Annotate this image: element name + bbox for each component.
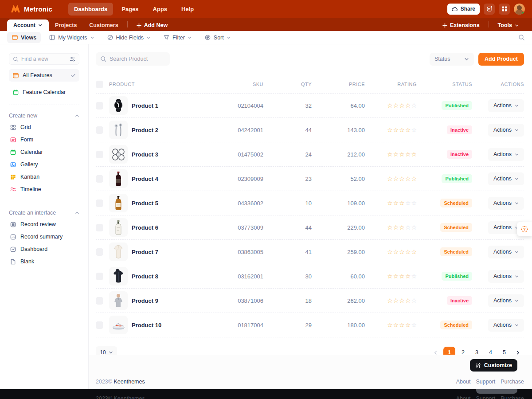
search-product-input[interactable]	[110, 56, 163, 62]
product-qty: 44	[263, 127, 312, 133]
add-product-button[interactable]: Add Product	[478, 53, 524, 66]
toolbar-item-my-widgets[interactable]: My Widgets	[44, 32, 98, 43]
filter-sliders-icon[interactable]	[70, 56, 75, 62]
actions-button[interactable]: Actions	[488, 124, 524, 137]
sidebar-view-feature-calendar[interactable]: Feature Calendar	[9, 86, 79, 98]
star-icon: ☆	[393, 224, 399, 231]
sidebar-view-all-features[interactable]: All Features	[9, 69, 79, 82]
product-name[interactable]: Product 9	[132, 297, 158, 304]
product-rating: ☆☆☆☆☆	[365, 297, 417, 305]
footer-link-support[interactable]: Support	[476, 379, 495, 385]
row-checkbox[interactable]	[96, 175, 103, 183]
status-filter-select[interactable]: Status	[430, 53, 474, 66]
find-view-search[interactable]	[9, 53, 79, 65]
actions-button[interactable]: Actions	[488, 148, 524, 161]
sidebar-item-record-summary[interactable]: Record summary	[9, 231, 79, 243]
star-icon: ☆	[399, 322, 405, 328]
tab-separator	[127, 21, 128, 27]
workspace-tab-customers[interactable]: Customers	[83, 20, 124, 31]
section-title-label: Create an interface	[9, 210, 56, 216]
sidebar-item-dashboard[interactable]: Dashboard	[9, 243, 79, 255]
product-name[interactable]: Product 8	[132, 273, 158, 280]
actions-button[interactable]: Actions	[488, 270, 524, 283]
product-name[interactable]: Product 10	[132, 322, 161, 329]
select-all-checkbox[interactable]	[96, 81, 103, 88]
actions-button[interactable]: Actions	[488, 197, 524, 210]
row-checkbox[interactable]	[96, 126, 103, 134]
toolbar-item-hide-fields[interactable]: Hide Fields	[102, 32, 156, 43]
product-price: 52.00	[312, 176, 365, 182]
column-header-sku: SKU	[215, 82, 263, 87]
calendar-icon	[12, 89, 19, 96]
ghost-footer-link-purchase: Purchase	[501, 395, 524, 399]
product-name[interactable]: Product 1	[132, 102, 158, 109]
share-button[interactable]: Share	[447, 4, 480, 15]
add-new-tab-button[interactable]: Add New	[130, 20, 174, 31]
sidebar-item-calendar[interactable]: Calendar	[9, 146, 79, 158]
product-name[interactable]: Product 2	[132, 127, 158, 133]
brand[interactable]: Metronic	[11, 5, 52, 13]
row-checkbox[interactable]	[96, 321, 103, 329]
nav-item-dashboards[interactable]: Dashboards	[68, 3, 113, 16]
sidebar-item-form[interactable]: Form	[9, 133, 79, 146]
toolbar-search-icon[interactable]	[518, 34, 525, 41]
row-checkbox[interactable]	[96, 102, 103, 110]
status-badge: Inactive	[447, 296, 472, 305]
search-product-box[interactable]	[96, 52, 170, 66]
nav-item-apps[interactable]: Apps	[147, 3, 173, 16]
actions-button[interactable]: Actions	[488, 172, 524, 185]
clipboard-icon[interactable]	[484, 4, 495, 15]
apps-grid-icon[interactable]	[499, 4, 510, 15]
row-checkbox[interactable]	[96, 224, 103, 231]
sidebar-section-title[interactable]: Create an interface	[9, 207, 79, 218]
star-icon: ☆	[405, 273, 411, 279]
products-panel: Status Add Product PRODUCTSKUQTYPRICERAT…	[89, 44, 532, 389]
actions-button[interactable]: Actions	[488, 246, 524, 258]
toolbar-item-filter[interactable]: Filter	[159, 32, 196, 43]
workspace-tab-projects[interactable]: Projects	[49, 20, 83, 31]
calendar-icon	[10, 149, 16, 156]
add-new-label: Add New	[144, 22, 168, 28]
find-view-input[interactable]	[21, 56, 66, 62]
toolbar-item-sort[interactable]: Sort	[200, 32, 235, 43]
sidebar-item-grid[interactable]: Grid	[9, 121, 79, 133]
product-sku: 02309009	[215, 176, 263, 182]
product-rating: ☆☆☆☆☆	[365, 175, 417, 183]
product-name[interactable]: Product 6	[132, 224, 158, 231]
nav-item-pages[interactable]: Pages	[116, 3, 144, 16]
star-icon: ☆	[411, 297, 417, 304]
sidebar-item-timeline[interactable]: Timeline	[9, 183, 79, 196]
sidebar-view-label: All Features	[23, 72, 52, 78]
nav-item-help[interactable]: Help	[176, 3, 200, 16]
tools-button[interactable]: Tools	[492, 20, 525, 31]
sidebar-item-blank[interactable]: Blank	[9, 255, 79, 268]
toolbar-item-views[interactable]: Views	[7, 32, 41, 43]
product-name[interactable]: Product 5	[132, 200, 158, 207]
row-checkbox[interactable]	[96, 273, 103, 280]
product-name[interactable]: Product 7	[132, 249, 158, 255]
actions-button[interactable]: Actions	[488, 294, 524, 307]
copyright-brand[interactable]: Keenthemes	[114, 379, 145, 385]
footer-link-about[interactable]: About	[456, 379, 471, 385]
extensions-button[interactable]: Extensions	[436, 20, 486, 31]
user-avatar[interactable]	[514, 4, 525, 15]
footer-link-purchase[interactable]: Purchase	[501, 379, 524, 385]
row-checkbox[interactable]	[96, 200, 103, 207]
sidebar-section-title[interactable]: Create new	[9, 110, 79, 121]
row-checkbox[interactable]	[96, 151, 103, 158]
product-name[interactable]: Product 3	[132, 151, 158, 158]
row-checkbox[interactable]	[96, 297, 103, 305]
product-name[interactable]: Product 4	[132, 176, 158, 182]
actions-button[interactable]: Actions	[488, 99, 524, 112]
customize-button[interactable]: Customize	[470, 359, 517, 372]
actions-button[interactable]: Actions	[488, 319, 524, 332]
chevron-down-icon	[146, 35, 151, 40]
workspace-tab-account[interactable]: Account	[7, 20, 49, 31]
row-checkbox[interactable]	[96, 248, 103, 256]
sidebar-item-kanban[interactable]: Kanban	[9, 171, 79, 183]
sort-icon	[204, 34, 211, 41]
sidebar-item-record-review[interactable]: Record review	[9, 218, 79, 231]
table-row: Product 2 04242001 44 143.00 ☆☆☆☆☆ Inact…	[96, 118, 524, 142]
sidebar-item-gallery[interactable]: Gallery	[9, 158, 79, 171]
help-button[interactable]: ?	[517, 222, 532, 236]
